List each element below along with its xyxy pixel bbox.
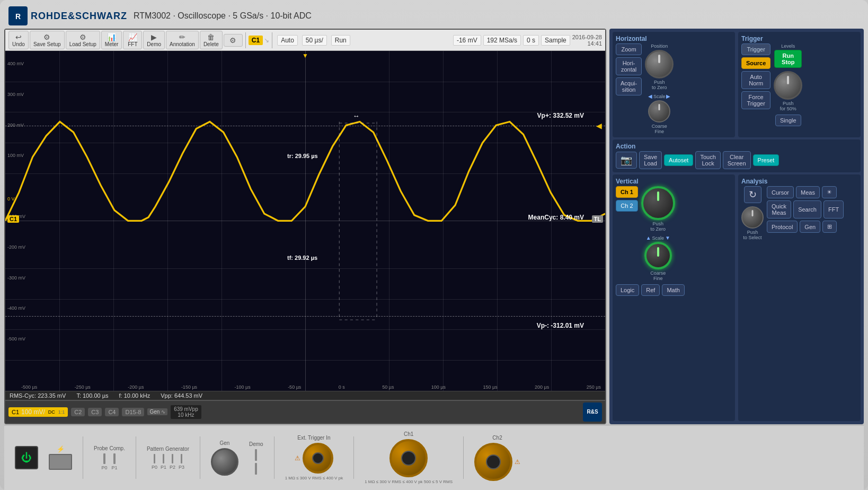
settings-icon-btn[interactable]: ⚙ bbox=[224, 34, 243, 47]
auto-norm-button[interactable]: Auto Norm bbox=[741, 71, 770, 89]
v-label-n500: -500 mV bbox=[7, 336, 25, 367]
apps-button[interactable]: ⊞ bbox=[822, 221, 837, 233]
analysis-knob[interactable] bbox=[741, 206, 764, 229]
ch1-button[interactable]: Ch 1 bbox=[616, 186, 638, 198]
t-label-1: -500 µs bbox=[21, 384, 37, 390]
scale-knob[interactable] bbox=[648, 100, 670, 122]
math-button[interactable]: Math bbox=[662, 284, 684, 296]
ref-button[interactable]: Ref bbox=[641, 284, 660, 296]
gen-connector-section: Gen bbox=[211, 440, 238, 476]
acq-mode-display: Sample bbox=[541, 35, 570, 46]
fft-toolbar-button[interactable]: 📈 FFT bbox=[123, 31, 142, 49]
demo-button[interactable]: ▶ Demo bbox=[143, 31, 165, 49]
trigger-button[interactable]: Trigger bbox=[741, 43, 770, 55]
pattern-p0-label: P0 bbox=[152, 465, 157, 470]
acquisition-button[interactable]: Acqui- sition bbox=[616, 77, 642, 95]
demo-connector-2 bbox=[255, 463, 257, 475]
ch2-button[interactable]: Ch 2 bbox=[616, 200, 638, 212]
probe-p0-pin: P0 bbox=[101, 453, 107, 470]
d15-strip[interactable]: D15-8 bbox=[122, 408, 144, 416]
fft-button[interactable]: FFT bbox=[823, 200, 844, 218]
gen-strip-badge[interactable]: Gen ∿ bbox=[147, 408, 167, 415]
annotation-button[interactable]: ✏ Annotation bbox=[166, 31, 199, 49]
undo-button[interactable]: ↩ Undo bbox=[8, 31, 29, 49]
analysis-section: Analysis ↻ Pushto Select Cursor Meas bbox=[738, 174, 861, 421]
pattern-pins: P0 P1 P2 P3 bbox=[152, 454, 184, 470]
datetime-display: 2016-09-28 14:41 bbox=[572, 34, 602, 47]
svg-text:↔: ↔ bbox=[353, 112, 360, 120]
gen-front-knob[interactable] bbox=[211, 448, 238, 476]
logic-button[interactable]: Logic bbox=[616, 284, 639, 296]
autoset-button[interactable]: Autoset bbox=[664, 154, 693, 166]
touch-lock-button[interactable]: Touch Lock bbox=[695, 151, 720, 169]
levels-knob[interactable] bbox=[774, 71, 802, 100]
status-bar: RMS-Cyc: 223.35 mV T: 100.00 µs f: 10.00… bbox=[5, 391, 605, 400]
analysis-refresh-button[interactable]: ↻ bbox=[744, 186, 761, 203]
ch2-strip[interactable]: C2 bbox=[71, 408, 85, 416]
force-trigger-button[interactable]: Force Trigger bbox=[741, 91, 770, 109]
t-label-150: 150 µs bbox=[483, 384, 497, 390]
position-label: Position bbox=[651, 43, 668, 49]
vertical-scale-knob[interactable] bbox=[644, 242, 672, 269]
power-button[interactable]: ⏻ bbox=[15, 446, 38, 469]
pattern-gen-label: Pattern Generator bbox=[147, 446, 189, 452]
source-button[interactable]: Source bbox=[741, 57, 770, 69]
probe-pins: P0 P1 bbox=[101, 453, 117, 470]
preset-button[interactable]: Preset bbox=[753, 154, 780, 166]
zoom-button[interactable]: Zoom bbox=[616, 43, 642, 55]
push-to-zero-label: Push to Zero bbox=[652, 80, 667, 90]
quick-meas-button[interactable]: Quick Meas bbox=[767, 200, 791, 218]
ch2-bnc-inner bbox=[486, 454, 501, 469]
push-50-label: Push for 50% bbox=[780, 101, 796, 111]
cursor-button[interactable]: Cursor bbox=[767, 186, 794, 198]
t-label-5: -100 µs bbox=[235, 384, 251, 390]
search-button[interactable]: Search bbox=[793, 200, 821, 218]
single-button[interactable]: Single bbox=[775, 115, 801, 126]
screen-panel: ↩ Undo ⚙ Save Setup ⚙ Load Setup 📊 Meter… bbox=[4, 29, 606, 424]
demo-connector-section: Demo bbox=[249, 441, 263, 475]
ext-trigger-bnc[interactable] bbox=[303, 443, 333, 474]
voltage-axis: 400 mV 300 mV 200 mV 100 mV 0 V -100 mV … bbox=[7, 61, 25, 367]
gen-button[interactable]: Gen bbox=[800, 221, 820, 233]
usb-port: ⚡ bbox=[49, 445, 72, 470]
action-section: Action 📷 Save Load Autoset Touch Lock Cl… bbox=[613, 139, 861, 172]
time-offset-display: 0 s bbox=[523, 35, 539, 46]
horizontal-button[interactable]: Hori- zontal bbox=[616, 57, 642, 75]
ch1-bnc[interactable] bbox=[389, 439, 428, 477]
probe-p0-label: P0 bbox=[101, 465, 107, 470]
ch4-strip[interactable]: C4 bbox=[105, 408, 119, 416]
period-status: T: 100.00 µs bbox=[76, 392, 108, 399]
usb-connector bbox=[49, 454, 72, 470]
protocol-button[interactable]: Protocol bbox=[767, 221, 798, 233]
demo-connector-1 bbox=[255, 449, 257, 461]
load-setup-button[interactable]: ⚙ Load Setup bbox=[66, 31, 100, 49]
meter-button[interactable]: 📊 Meter bbox=[101, 31, 122, 49]
position-knob[interactable] bbox=[645, 50, 674, 78]
ch2-connector-section: Ch2 ⚠ bbox=[474, 435, 520, 481]
t-label-2: -250 µs bbox=[75, 384, 91, 390]
v-label-n400: -400 mV bbox=[7, 305, 25, 336]
voltage-display: -16 mV bbox=[453, 35, 481, 46]
intensity-button[interactable]: ☀ bbox=[822, 186, 837, 198]
middle-row: Vertical Ch 1 Ch 2 Push to Zero ▲ Scale bbox=[613, 174, 861, 421]
save-setup-button[interactable]: ⚙ Save Setup bbox=[30, 31, 65, 49]
vertical-pos-knob[interactable] bbox=[641, 186, 675, 220]
ch1-connector-section: Ch1 1 MΩ ≤ 300 V RMS ≤ 400 V pk 500 ≤ 5 … bbox=[365, 431, 453, 485]
meas-button[interactable]: Meas bbox=[796, 186, 820, 198]
screenshot-button[interactable]: 📷 bbox=[616, 152, 637, 169]
scale-label: Scale bbox=[653, 94, 666, 99]
ch3-strip[interactable]: C3 bbox=[88, 408, 102, 416]
rohde-schwarz-logo-icon: R bbox=[8, 6, 28, 25]
ch1-strip[interactable]: C1 100 mV/ DC 1:1 bbox=[8, 407, 68, 417]
save-load-button[interactable]: Save Load bbox=[639, 151, 662, 169]
ext-trigger-label: Ext. Trigger In bbox=[297, 435, 330, 441]
action-title: Action bbox=[616, 143, 857, 150]
ch1-front-label: Ch1 bbox=[404, 431, 413, 437]
power-icon: ⏻ bbox=[21, 452, 32, 464]
ch2-warning-icon: ⚠ bbox=[515, 458, 520, 466]
ch2-bnc[interactable] bbox=[474, 443, 512, 481]
run-stop-button[interactable]: Run Stop bbox=[774, 50, 802, 68]
clear-screen-button[interactable]: Clear Screen bbox=[723, 151, 751, 169]
control-panel: Horizontal Zoom Hori- zontal Acqui- siti… bbox=[609, 29, 864, 424]
delete-button[interactable]: 🗑 Delete bbox=[200, 31, 223, 49]
